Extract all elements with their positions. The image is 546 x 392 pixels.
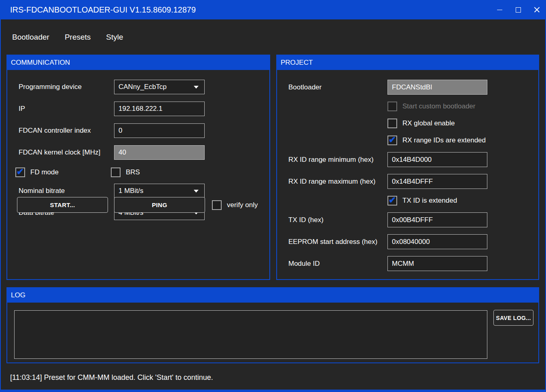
status-bar: [11:03:14] Preset for CMM-MM loaded. Cli… [0, 368, 546, 387]
ping-button[interactable]: PING [114, 197, 205, 213]
app-window: IRS-FDCANBOOTLOADER-GUI V1.15.8609.12879… [0, 0, 546, 392]
rx-id-range-min-row: RX ID range minimum (hex) [288, 152, 538, 167]
fd-mode-label: FD mode [30, 168, 111, 176]
log-panel-body: SAVE LOG... [7, 303, 538, 363]
rx-id-range-max-input[interactable] [387, 174, 487, 189]
start-button[interactable]: START... [17, 197, 108, 213]
programming-device-label: Programming device [19, 83, 114, 91]
kernel-clock-row: FDCAN kernel clock [MHz] [19, 145, 269, 160]
menu-bootloader[interactable]: Bootloader [11, 31, 50, 43]
tx-id-extended-row: ✔ TX ID is extended [387, 195, 538, 206]
checkmark-icon: ✔ [389, 136, 396, 144]
rx-id-range-max-row: RX ID range maximum (hex) [288, 174, 538, 189]
log-panel-header: LOG [7, 288, 538, 303]
rx-range-ids-extended-label: RX range IDs are extended [402, 136, 486, 144]
brs-checkbox[interactable]: ✔ [111, 167, 121, 177]
chevron-down-icon [194, 190, 199, 193]
rx-global-enable-label: RX global enable [402, 119, 455, 127]
close-icon [534, 7, 540, 13]
project-panel: PROJECT Bootloader ✔ Start custom bootlo… [276, 55, 539, 280]
window-border-bottom [0, 390, 546, 392]
verify-only-checkbox[interactable]: ✔ [212, 200, 222, 210]
nominal-bitrate-value: 1 MBit/s [119, 187, 143, 195]
project-panel-body: Bootloader ✔ Start custom bootloader ✔ R… [277, 70, 538, 271]
start-custom-bootloader-checkbox: ✔ [387, 102, 397, 111]
start-custom-bootloader-label: Start custom bootloader [402, 102, 475, 110]
rx-id-range-min-label: RX ID range minimum (hex) [288, 156, 387, 164]
window-border-left [0, 19, 1, 392]
save-log-button[interactable]: SAVE LOG... [493, 310, 533, 326]
ip-row: IP [19, 102, 269, 116]
rx-id-range-min-input[interactable] [387, 152, 487, 167]
log-panel: LOG SAVE LOG... [6, 287, 539, 363]
checkmark-icon: ✔ [17, 167, 24, 176]
window-title: IRS-FDCANBOOTLOADER-GUI V1.15.8609.12879 [10, 5, 490, 15]
bootloader-label: Bootloader [288, 83, 387, 91]
tx-id-label: TX ID (hex) [288, 216, 387, 224]
communication-actions: START... PING ✔ verify only [17, 197, 258, 213]
rx-global-enable-row: ✔ RX global enable [387, 118, 538, 129]
tx-id-extended-checkbox[interactable]: ✔ [387, 196, 397, 206]
brs-label: BRS [126, 168, 140, 176]
project-panel-header: PROJECT [277, 55, 538, 70]
minimize-button[interactable] [490, 0, 509, 19]
kernel-clock-label: FDCAN kernel clock [MHz] [19, 148, 114, 157]
title-bar: IRS-FDCANBOOTLOADER-GUI V1.15.8609.12879 [0, 0, 546, 19]
tx-id-extended-label: TX ID is extended [402, 197, 457, 205]
tx-id-input[interactable] [387, 212, 487, 227]
verify-only-wrap: ✔ verify only [212, 200, 258, 210]
tx-id-row: TX ID (hex) [288, 212, 538, 227]
eeprom-start-address-label: EEPROM start address (hex) [288, 238, 387, 246]
bootloader-row: Bootloader [288, 80, 538, 95]
rx-global-enable-checkbox[interactable]: ✔ [387, 119, 397, 128]
kernel-clock-input [114, 145, 205, 160]
communication-panel-body: Programming device CANny_EcbTcp IP FDCAN… [7, 70, 269, 220]
menu-bar: Bootloader Presets Style [0, 19, 546, 55]
minimize-icon [497, 10, 502, 10]
programming-device-select[interactable]: CANny_EcbTcp [114, 80, 205, 94]
controller-index-row: FDCAN controller index [19, 123, 269, 138]
module-id-label: Module ID [288, 260, 387, 268]
module-id-input[interactable] [387, 256, 487, 271]
start-custom-bootloader-row: ✔ Start custom bootloader [387, 101, 538, 112]
log-textarea[interactable] [14, 310, 487, 359]
rx-range-ids-extended-row: ✔ RX range IDs are extended [387, 135, 538, 146]
maximize-icon [516, 7, 521, 13]
ip-label: IP [19, 105, 114, 113]
module-id-row: Module ID [288, 256, 538, 271]
eeprom-start-address-input[interactable] [387, 234, 487, 249]
maximize-button[interactable] [509, 0, 527, 19]
rx-id-range-max-label: RX ID range maximum (hex) [288, 178, 387, 186]
nominal-bitrate-row: Nominal bitrate 1 MBit/s [19, 184, 269, 198]
eeprom-start-address-row: EEPROM start address (hex) [288, 234, 538, 249]
controller-index-label: FDCAN controller index [19, 127, 114, 135]
fd-mode-checkbox[interactable]: ✔ [15, 167, 25, 177]
communication-panel: COMMUNICATION Programming device CANny_E… [6, 55, 270, 280]
status-message: [11:03:14] Preset for CMM-MM loaded. Cli… [10, 373, 213, 382]
programming-device-row: Programming device CANny_EcbTcp [19, 80, 269, 94]
controller-index-input[interactable] [114, 123, 205, 138]
verify-only-label: verify only [227, 201, 258, 209]
mode-checkbox-row: ✔ FD mode ✔ BRS [15, 167, 269, 178]
bootloader-input [387, 80, 487, 95]
rx-range-ids-extended-checkbox[interactable]: ✔ [387, 136, 397, 145]
menu-style[interactable]: Style [105, 31, 124, 43]
checkmark-icon: ✔ [389, 196, 396, 205]
menu-presets[interactable]: Presets [64, 31, 91, 43]
communication-panel-header: COMMUNICATION [7, 55, 269, 70]
chevron-down-icon [194, 86, 199, 89]
nominal-bitrate-select[interactable]: 1 MBit/s [114, 184, 205, 198]
ip-input[interactable] [114, 102, 205, 116]
close-button[interactable] [527, 0, 546, 19]
nominal-bitrate-label: Nominal bitrate [19, 187, 114, 195]
programming-device-value: CANny_EcbTcp [119, 83, 167, 91]
